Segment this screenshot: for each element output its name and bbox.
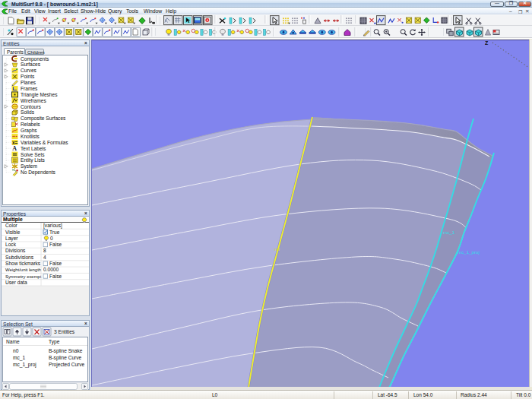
svg-text:Frames: Frames: [21, 86, 38, 91]
svg-text:Text Labels: Text Labels: [21, 146, 46, 151]
svg-text:Variables & Formulas: Variables & Formulas: [21, 140, 68, 145]
svg-text:Surfaces: Surfaces: [21, 62, 41, 67]
svg-text:System: System: [21, 163, 37, 169]
svg-text:Divisions: Divisions: [5, 248, 26, 253]
svg-text:True: True: [49, 230, 60, 235]
svg-text:4: 4: [43, 255, 46, 260]
svg-text:Z: Z: [485, 40, 489, 46]
svg-text:Planes: Planes: [21, 80, 36, 85]
svg-text:False: False: [49, 261, 62, 266]
svg-text:Solve Sets: Solve Sets: [21, 152, 45, 157]
svg-text:Relabels: Relabels: [21, 122, 40, 127]
svg-text:[various]: [various]: [43, 223, 62, 229]
svg-text:B-spline Snake: B-spline Snake: [49, 348, 83, 354]
svg-text:Lock: Lock: [5, 242, 17, 247]
svg-text:mc_1: mc_1: [13, 355, 25, 361]
svg-text:mc_1_proj: mc_1_proj: [458, 249, 480, 255]
svg-text:B-spline Curve: B-spline Curve: [49, 355, 82, 361]
svg-text:Curves: Curves: [21, 68, 37, 73]
svg-text:Contours: Contours: [21, 104, 41, 109]
svg-text:Solids: Solids: [21, 109, 35, 115]
svg-text:0: 0: [50, 236, 53, 241]
svg-text:Projected Curve: Projected Curve: [49, 362, 85, 368]
svg-text:n0: n0: [274, 246, 280, 252]
svg-text:Name: Name: [6, 339, 20, 344]
svg-text:Points: Points: [21, 74, 35, 79]
svg-text:mc_1_proj: mc_1_proj: [13, 362, 36, 368]
svg-text:Type: Type: [49, 339, 60, 345]
svg-text:Graphs: Graphs: [21, 128, 37, 134]
svg-text:False: False: [49, 274, 62, 279]
svg-text:User data: User data: [5, 280, 27, 285]
svg-text:Subdivisions: Subdivisions: [5, 255, 34, 260]
svg-text:Color: Color: [5, 223, 18, 228]
svg-text:8: 8: [43, 248, 46, 253]
svg-text:Wireframes: Wireframes: [21, 98, 46, 103]
svg-text:3 Entities: 3 Entities: [54, 329, 75, 334]
svg-text:0.0000: 0.0000: [43, 267, 59, 272]
svg-text:Visible: Visible: [5, 230, 21, 235]
svg-text:False: False: [49, 242, 62, 247]
svg-text:Triangle Meshes: Triangle Meshes: [21, 92, 58, 98]
svg-text:Composite Surfaces: Composite Surfaces: [21, 116, 66, 122]
svg-text:No Dependents: No Dependents: [21, 169, 56, 176]
svg-text:Weight/unit length: Weight/unit length: [5, 268, 41, 272]
svg-text:mc_1: mc_1: [443, 230, 455, 235]
svg-text:Show tickmarks: Show tickmarks: [5, 261, 41, 266]
svg-text:Components: Components: [21, 56, 49, 62]
svg-text:Layer: Layer: [5, 236, 18, 242]
svg-text:Entity Lists: Entity Lists: [21, 157, 46, 163]
svg-text:Knotlists: Knotlists: [21, 134, 40, 139]
svg-text:Symmetry exempt: Symmetry exempt: [5, 274, 42, 279]
svg-text:n0: n0: [13, 348, 19, 353]
